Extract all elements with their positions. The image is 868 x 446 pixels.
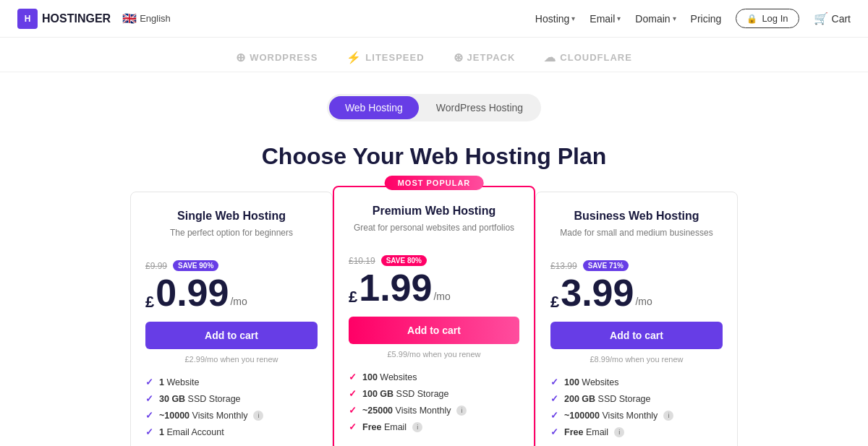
check-icon: ✓ <box>349 405 357 416</box>
feature-email: ✓ Free Email i <box>349 419 519 435</box>
info-icon[interactable]: i <box>663 411 673 421</box>
cart-link[interactable]: 🛒 Cart <box>814 12 851 25</box>
plan-premium-add-cart-button[interactable]: Add to cart <box>349 317 519 344</box>
check-icon: ✓ <box>550 393 558 404</box>
partner-jetpack: ⊛ Jetpack <box>454 51 516 64</box>
navbar: H HOSTINGER 🇬🇧 English Hosting ▾ Email ▾… <box>0 0 868 38</box>
check-icon: ✓ <box>349 421 357 432</box>
check-icon: ✓ <box>145 410 153 421</box>
plan-single-title: Single Web Hosting <box>145 210 318 223</box>
feature-email-label: Free Email <box>564 427 608 437</box>
logo-text: HOSTINGER <box>42 12 111 25</box>
check-icon: ✓ <box>550 377 558 387</box>
feature-websites: ✓ 100 Websites <box>550 374 723 390</box>
plan-business-save-badge: SAVE 71% <box>583 260 629 271</box>
nav-pricing[interactable]: Pricing <box>691 13 722 25</box>
wordpress-icon: ⊕ <box>236 51 246 64</box>
feature-visits-label: ~10000 Visits Monthly <box>159 411 247 421</box>
plan-single-subtitle: The perfect option for beginners <box>145 227 318 250</box>
plan-business: Business Web Hosting Made for small and … <box>535 192 738 446</box>
feature-visits-label: ~25000 Visits Monthly <box>362 406 451 416</box>
check-icon: ✓ <box>550 426 558 437</box>
partner-litespeed: ⚡ LiteSpeed <box>346 51 424 64</box>
cloudflare-label: Cloudflare <box>560 52 632 63</box>
tab-wordpress-hosting[interactable]: WordPress Hosting <box>420 96 539 119</box>
plan-premium-price-main: £ 1.99 /mo <box>349 269 519 306</box>
check-icon: ✓ <box>145 393 153 404</box>
feature-websites-label: 1 Website <box>159 377 199 387</box>
info-icon[interactable]: i <box>614 427 624 437</box>
nav-email[interactable]: Email ▾ <box>590 13 621 25</box>
plan-single-renew-price: £2.99/mo when you renew <box>145 355 318 364</box>
plan-premium-price-row: £10.19 SAVE 80% <box>349 255 519 266</box>
login-button[interactable]: 🔒 Log In <box>736 9 799 28</box>
cloudflare-icon: ☁ <box>544 51 556 64</box>
plan-premium-currency: £ <box>349 288 357 306</box>
check-icon: ✓ <box>145 426 153 437</box>
tab-web-hosting[interactable]: Web Hosting <box>329 96 419 119</box>
check-icon: ✓ <box>550 410 558 421</box>
plan-single: Single Web Hosting The perfect option fo… <box>130 192 333 446</box>
navbar-left: H HOSTINGER 🇬🇧 English <box>17 9 171 29</box>
plan-single-price-row: £9.99 SAVE 90% <box>145 260 318 271</box>
feature-visits-label: ~100000 Visits Monthly <box>564 411 658 421</box>
feature-storage: ✓ 200 GB SSD Storage <box>550 390 723 407</box>
hosting-tabs: Web Hosting WordPress Hosting <box>0 72 868 129</box>
logo[interactable]: H HOSTINGER <box>17 9 111 29</box>
chevron-down-icon: ▾ <box>673 14 676 22</box>
plan-single-features: ✓ 1 Website ✓ 30 GB SSD Storage ✓ ~10000… <box>145 374 318 440</box>
plan-single-price-main: £ 0.99 /mo <box>145 274 318 312</box>
plan-single-add-cart-button[interactable]: Add to cart <box>145 322 318 349</box>
language-label: English <box>140 13 171 24</box>
feature-storage: ✓ 30 GB SSD Storage <box>145 390 318 407</box>
plan-business-subtitle: Made for small and medium businesses <box>550 227 723 250</box>
feature-visits: ✓ ~100000 Visits Monthly i <box>550 407 723 424</box>
plan-premium: MOST POPULAR Premium Web Hosting Great f… <box>333 186 535 446</box>
feature-storage-label: 30 GB SSD Storage <box>159 394 241 404</box>
plan-business-currency: £ <box>550 293 559 312</box>
jetpack-icon: ⊛ <box>454 51 464 64</box>
info-icon[interactable]: i <box>412 422 422 432</box>
login-label: Log In <box>762 13 788 24</box>
plan-single-currency: £ <box>145 293 154 312</box>
check-icon: ✓ <box>145 377 153 387</box>
nav-hosting-label: Hosting <box>535 13 569 25</box>
nav-domain[interactable]: Domain ▾ <box>635 13 676 25</box>
feature-visits: ✓ ~25000 Visits Monthly i <box>349 402 519 419</box>
plan-business-price-main: £ 3.99 /mo <box>550 274 723 312</box>
language-selector[interactable]: 🇬🇧 English <box>122 12 171 25</box>
nav-hosting[interactable]: Hosting ▾ <box>535 13 575 25</box>
plan-premium-original-price: £10.19 <box>349 256 375 266</box>
plan-premium-period: /mo <box>433 291 450 302</box>
feature-visits: ✓ ~10000 Visits Monthly i <box>145 407 318 424</box>
plan-business-price-number: 3.99 <box>561 274 634 312</box>
logo-icon: H <box>17 9 38 29</box>
plan-premium-price-number: 1.99 <box>359 269 432 306</box>
cart-icon: 🛒 <box>814 12 828 25</box>
feature-storage-label: 200 GB SSD Storage <box>564 394 651 404</box>
most-popular-badge: MOST POPULAR <box>385 176 484 190</box>
feature-email: ✓ Free Email i <box>550 424 723 440</box>
plan-premium-features: ✓ 100 Websites ✓ 100 GB SSD Storage ✓ ~2… <box>349 369 519 435</box>
litespeed-label: LiteSpeed <box>365 52 424 63</box>
info-icon[interactable]: i <box>253 411 263 421</box>
chevron-down-icon: ▾ <box>617 14 621 22</box>
plan-single-period: /mo <box>230 296 247 307</box>
check-icon: ✓ <box>349 372 357 382</box>
plan-single-price-number: 0.99 <box>156 274 229 312</box>
plan-single-save-badge: SAVE 90% <box>173 260 218 271</box>
plan-premium-subtitle: Great for personal websites and portfoli… <box>349 222 519 245</box>
plan-business-renew-price: £8.99/mo when you renew <box>550 355 723 364</box>
cart-label: Cart <box>832 13 851 25</box>
nav-email-label: Email <box>590 13 615 25</box>
partner-wordpress: ⊕ WordPress <box>236 51 318 64</box>
info-icon[interactable]: i <box>456 406 467 416</box>
plan-business-price-row: £13.99 SAVE 71% <box>550 260 723 271</box>
wordpress-label: WordPress <box>250 52 318 63</box>
plan-single-original-price: £9.99 <box>145 261 167 271</box>
feature-websites: ✓ 1 Website <box>145 374 318 390</box>
plan-business-add-cart-button[interactable]: Add to cart <box>550 322 723 349</box>
plan-business-period: /mo <box>635 296 652 307</box>
feature-email: ✓ 1 Email Account <box>145 424 318 440</box>
plan-premium-renew-price: £5.99/mo when you renew <box>349 350 519 359</box>
